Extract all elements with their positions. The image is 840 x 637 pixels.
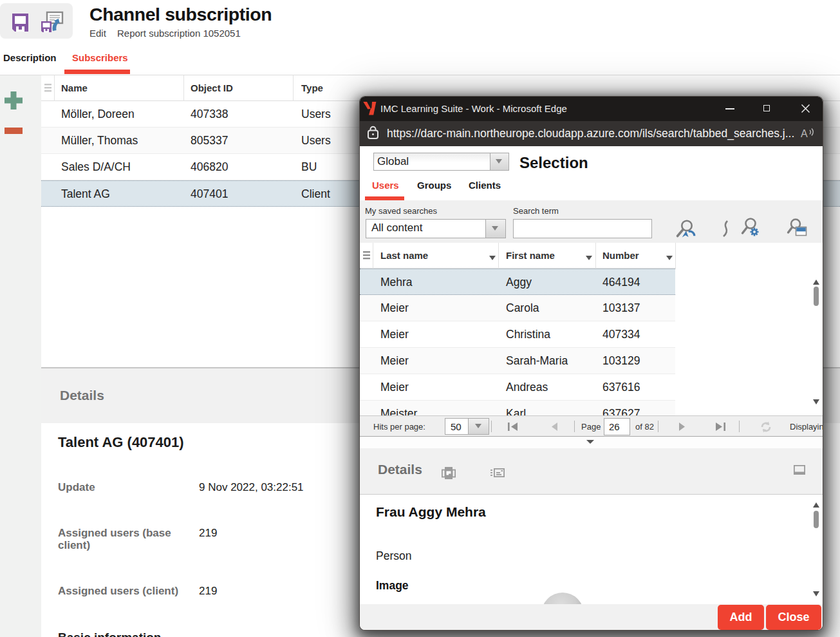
svg-text:A: A [801,128,808,138]
